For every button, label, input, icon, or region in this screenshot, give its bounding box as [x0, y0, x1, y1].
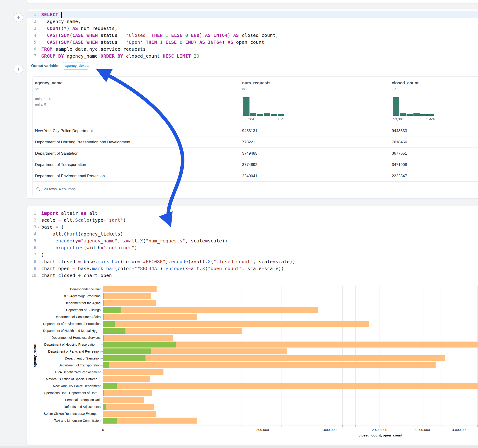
y-axis-tick: [101, 351, 103, 352]
table-row[interactable]: Department of Housing Preservation and D…: [33, 136, 478, 148]
code-line[interactable]: 4 CAST(SUM(CASE WHEN status = 'Closed' T…: [27, 32, 478, 39]
code-text: chart_closed + chart_open: [41, 272, 112, 279]
code-line[interactable]: 9chart_open = base.mark_bar(color="#8BC3…: [27, 265, 478, 272]
table-row[interactable]: Department of Sanitation37494853677651: [33, 148, 478, 159]
y-axis-tick: [101, 407, 103, 407]
code-text: ): [41, 251, 44, 258]
open-count-bar: [103, 342, 176, 348]
result-table: agency_namestrunique: 20nulls: 0num_requ…: [32, 76, 478, 197]
table-cell: Department of Sanitation: [35, 148, 78, 159]
y-axis-tick: [101, 310, 103, 310]
open-count-bar: [103, 293, 104, 299]
line-number: 6: [27, 244, 36, 251]
axis-tick: [183, 425, 183, 427]
axis-tick: [263, 425, 263, 427]
code-line[interactable]: 8chart_closed = base.mark_bar(color="#FF…: [27, 258, 478, 265]
column-header[interactable]: agency_name: [35, 81, 63, 86]
code-text: alt.Chart(agency_tickets): [41, 230, 123, 237]
axis-tick: [441, 425, 442, 427]
code-line[interactable]: 3 COUNT(*) AS num_requests,: [27, 25, 478, 32]
y-axis-label: Operations Unit - Department of Hom…: [23, 391, 101, 395]
output-variable-input[interactable]: agency_tickets: [63, 62, 89, 70]
axis-tick: [282, 425, 282, 427]
open-count-bar: [103, 314, 104, 320]
code-line[interactable]: 5 CAST(SUM(CASE WHEN status = 'Open' THE…: [27, 39, 478, 46]
axis-tick: [216, 425, 216, 427]
open-count-bar: [103, 417, 117, 423]
open-count-bar: [103, 307, 121, 313]
y-axis-tick: [101, 386, 103, 386]
table-cell: 2222847: [392, 170, 407, 182]
line-number: 4: [27, 230, 36, 237]
table-cell: 9443533: [392, 125, 407, 137]
closed-count-bar: [103, 404, 154, 410]
open-count-bar: [103, 383, 117, 389]
sql-code-editor[interactable]: 1⌄SELECT 2 agency_name,3 COUNT(*) AS num…: [27, 11, 478, 59]
fold-caret-icon[interactable]: ⌄: [36, 224, 41, 230]
line-number: 3: [27, 25, 36, 32]
table-cell: New York City Police Department: [35, 125, 93, 137]
axis-tick: [314, 425, 314, 427]
y-axis-label: Department of Buildings: [23, 308, 101, 311]
x-axis-label: 3,200,000: [415, 428, 430, 432]
line-number: 6: [27, 46, 36, 53]
y-axis-label: Department of Homeless Services: [23, 336, 101, 339]
code-line[interactable]: 2 agency_name,: [27, 18, 478, 25]
add-cell-button[interactable]: +: [14, 13, 23, 22]
y-axis-label: New York City Police Department: [23, 384, 101, 388]
closed-count-bar: [103, 300, 156, 306]
code-text: COUNT(*) AS num_requests,: [41, 25, 118, 32]
code-line[interactable]: 1⌄SELECT: [27, 11, 478, 18]
table-cell: 3749485: [242, 148, 257, 159]
table-cell: Department of Transportation: [35, 159, 86, 170]
open-count-bar: [103, 404, 106, 410]
line-number: 1: [27, 210, 36, 217]
code-line[interactable]: 10chart_closed + chart_open: [27, 272, 478, 279]
y-axis-label: Refunds and Adjustments: [23, 405, 101, 408]
histogram-min-label: 53,304: [393, 117, 404, 121]
closed-count-bar: [103, 369, 164, 375]
horizontal-scrollbar[interactable]: [0, 446, 478, 448]
y-axis-tick: [101, 421, 103, 421]
y-axis-tick: [101, 289, 103, 289]
table-row[interactable]: Department of Transportation377489234719…: [33, 159, 478, 170]
row-column-count: 20 rows, 4 columns: [44, 187, 76, 191]
code-line[interactable]: 6 .properties(width="container"): [27, 244, 478, 251]
add-cell-button[interactable]: +: [14, 65, 23, 74]
table-cell: 2240041: [242, 170, 257, 182]
axis-tick: [460, 425, 460, 427]
open-count-bar: [103, 390, 104, 396]
table-row[interactable]: Department of Environmental Protection22…: [33, 170, 478, 182]
column-header[interactable]: num_requests: [242, 81, 270, 86]
column-header[interactable]: closed_count: [392, 81, 419, 86]
result-table-footer: 20 rows, 4 columns: [33, 181, 478, 197]
y-axis-label: Department of Health and Mental Hyg…: [23, 329, 101, 332]
code-line[interactable]: 3⌄base = (: [27, 224, 478, 230]
axis-tick: [355, 425, 356, 427]
x-axis-label: 4,000,000: [452, 428, 468, 432]
code-line[interactable]: 1import altair as alt: [27, 210, 478, 217]
table-row[interactable]: New York City Police Department945313194…: [33, 125, 478, 137]
sql-cell-card: 1⌄SELECT 2 agency_name,3 COUNT(*) AS num…: [27, 9, 478, 199]
fold-caret-icon[interactable]: ⌄: [36, 11, 41, 18]
code-line[interactable]: 7GROUP BY agency_name ORDER BY closed_co…: [27, 53, 478, 59]
line-number: 5: [27, 39, 36, 46]
y-axis-tick: [101, 365, 103, 366]
code-line[interactable]: 7): [27, 251, 478, 258]
code-text: .properties(width="container"): [41, 244, 137, 251]
line-number: 9: [27, 265, 36, 272]
code-line[interactable]: 5 .encode(y="agency_name", x=alt.X("num_…: [27, 237, 478, 244]
code-line[interactable]: 6FROM sample_data.nyc.service_requests: [27, 46, 478, 53]
line-number: 7: [27, 251, 36, 258]
open-count-bar: [103, 300, 104, 306]
closed-count-bar: [103, 383, 478, 389]
search-icon[interactable]: [36, 187, 41, 192]
closed-count-bar: [103, 362, 436, 368]
table-cell: 9453131: [242, 125, 257, 137]
code-line[interactable]: 2scale = alt.Scale(type="sqrt"): [27, 217, 478, 224]
y-axis-tick: [101, 324, 103, 324]
python-code-editor[interactable]: 1import altair as alt2scale = alt.Scale(…: [27, 210, 478, 279]
code-line[interactable]: 4 alt.Chart(agency_tickets): [27, 230, 478, 237]
closed-count-bar: [103, 411, 156, 417]
table-cell: 7618456: [392, 137, 407, 148]
